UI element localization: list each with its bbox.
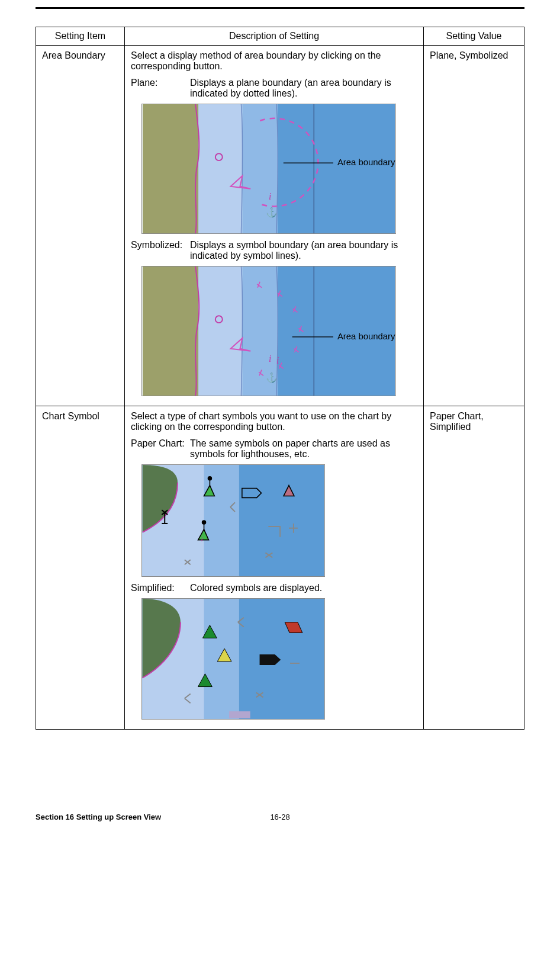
svg-text:i: i (269, 191, 271, 201)
description-cell: Select a type of chart symbols you want … (125, 406, 424, 730)
intro-text: Select a type of chart symbols you want … (131, 411, 417, 432)
svg-text:⚓: ⚓ (266, 372, 278, 383)
header-description: Description of Setting (125, 27, 424, 46)
svg-rect-3 (143, 104, 198, 233)
svg-rect-11 (143, 267, 198, 396)
svg-text:i: i (269, 354, 271, 364)
nautical-chart-svg: i i ⚓ Area boundary (141, 266, 396, 396)
paper-chart-chart: i (141, 464, 417, 577)
simplified-chart (141, 598, 417, 720)
nautical-chart-svg: i ⚓ Area boundary (141, 104, 396, 234)
option-label: Simplified: (131, 583, 190, 593)
intro-text: Select a display method of area boundary… (131, 50, 417, 72)
header-setting-item: Setting Item (36, 27, 125, 46)
setting-item-cell: Area Boundary (36, 46, 125, 406)
option-description: Displays a plane boundary (an area bound… (190, 78, 417, 99)
footer-section: Section 16 Setting up Screen View (36, 813, 161, 821)
setting-value-cell: Plane, Symbolized (424, 46, 524, 406)
nautical-chart-svg (141, 598, 325, 720)
setting-item-cell: Chart Symbol (36, 406, 125, 730)
description-cell: Select a display method of area boundary… (125, 46, 424, 406)
option-description: Colored symbols are displayed. (190, 583, 417, 593)
table-row: Area Boundary Select a display method of… (36, 46, 524, 406)
symbolized-boundary-chart: i i ⚓ Area boundary (141, 266, 417, 396)
settings-table: Setting Item Description of Setting Sett… (36, 27, 524, 730)
header-setting-value: Setting Value (424, 27, 524, 46)
page-top-rule (36, 7, 524, 9)
callout-label: Area boundary (337, 158, 395, 167)
svg-point-27 (202, 521, 206, 524)
svg-point-25 (208, 477, 211, 480)
plane-boundary-chart: i ⚓ Area boundary (141, 104, 417, 234)
option-description: Displays a symbol boundary (an area boun… (190, 240, 417, 261)
svg-rect-32 (229, 711, 250, 718)
svg-text:i: i (276, 355, 279, 365)
option-label: Plane: (131, 78, 190, 99)
option-description: The same symbols on paper charts are use… (190, 438, 417, 460)
svg-text:⚓: ⚓ (266, 207, 278, 218)
option-label: Symbolized: (131, 240, 190, 261)
option-label: Paper Chart: (131, 438, 190, 460)
page-footer: Section 16 Setting up Screen View 16-28 (36, 813, 524, 821)
footer-page-number: 16-28 (270, 813, 289, 821)
setting-value-cell: Paper Chart, Simplified (424, 406, 524, 730)
nautical-chart-svg: i (141, 464, 325, 577)
svg-text:i: i (201, 535, 203, 543)
table-row: Chart Symbol Select a type of chart symb… (36, 406, 524, 730)
callout-label: Area boundary (337, 332, 395, 341)
